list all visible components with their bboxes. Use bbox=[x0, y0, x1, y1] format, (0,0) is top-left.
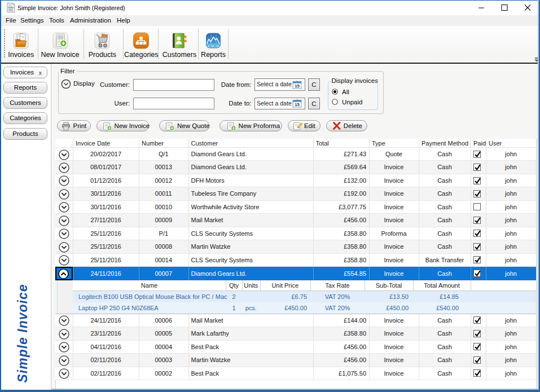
svg-text:15: 15 bbox=[295, 102, 300, 107]
svg-text:15: 15 bbox=[295, 83, 300, 88]
